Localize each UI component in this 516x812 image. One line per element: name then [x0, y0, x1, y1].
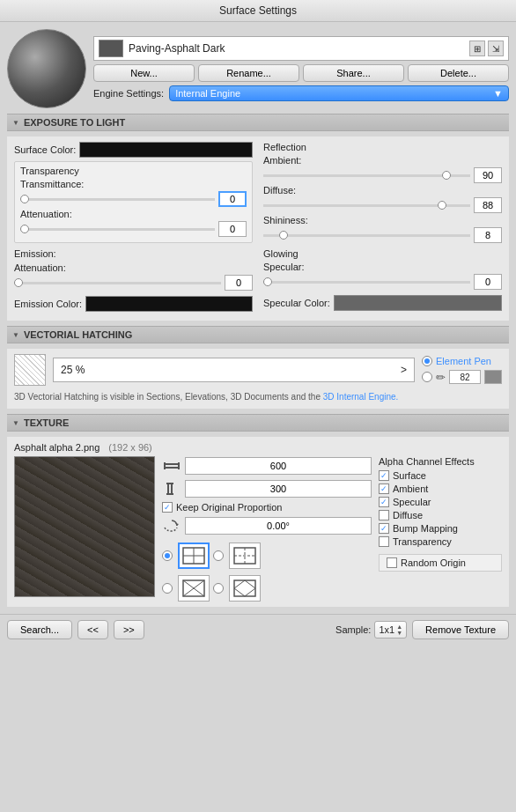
transmittance-track[interactable]: [20, 193, 215, 205]
texture-preview[interactable]: [14, 456, 155, 597]
hatching-section-content: 25 % > Element Pen ✏ 82 3D Vectorial Hat…: [7, 349, 509, 409]
exposure-section-title: EXPOSURE TO LIGHT: [24, 117, 125, 128]
material-icon-action[interactable]: ⇲: [488, 41, 504, 56]
engine-row: Engine Settings: Internal Engine ▼: [93, 85, 509, 101]
exposure-right-panel: Reflection Ambient: Diffuse:: [263, 142, 502, 315]
engine-select[interactable]: Internal Engine ▼: [169, 85, 509, 101]
diffuse-label: Diffuse:: [263, 185, 296, 196]
alpha-surface-checkbox[interactable]: [379, 470, 389, 481]
material-preview-ball[interactable]: [7, 29, 86, 108]
attenuation-slider[interactable]: [20, 228, 215, 231]
diffuse-track[interactable]: [263, 199, 470, 211]
svg-rect-15: [234, 580, 255, 596]
transmittance-value[interactable]: [218, 191, 247, 207]
share-button[interactable]: Share...: [303, 64, 404, 82]
emission-attenuation-slider-row: [14, 275, 253, 291]
svg-rect-2: [164, 462, 166, 469]
alpha-ambient-checkbox[interactable]: [379, 484, 389, 494]
delete-button[interactable]: Delete...: [408, 64, 509, 82]
emission-attenuation-slider[interactable]: [14, 282, 221, 284]
pattern-radio-1[interactable]: [162, 550, 173, 561]
diffuse-slider-row: [263, 197, 502, 213]
emission-color-swatch[interactable]: [85, 296, 253, 312]
diffuse-label-row: Diffuse:: [263, 185, 502, 196]
material-name-row: Paving-Asphalt Dark ⊞ ⇲: [93, 36, 509, 61]
texture-section-header[interactable]: ▼ TEXTURE: [7, 414, 509, 432]
emission-attenuation-track[interactable]: [14, 277, 221, 289]
transmittance-slider[interactable]: [20, 198, 215, 201]
alpha-diffuse-label: Diffuse: [393, 510, 423, 520]
keep-proportion-label: Keep Original Proportion: [176, 502, 282, 513]
pattern-radio-2[interactable]: [213, 550, 224, 561]
random-origin-checkbox[interactable]: [387, 557, 397, 568]
next-button[interactable]: >>: [114, 620, 144, 639]
texture-dimensions: (192 x 96): [108, 442, 152, 453]
tex-width-row: [162, 456, 372, 476]
keep-proportion-checkbox[interactable]: [162, 502, 173, 513]
pen-value-box[interactable]: 82: [449, 370, 481, 384]
attenuation-track[interactable]: [20, 223, 215, 235]
alpha-specular-checkbox[interactable]: [379, 497, 389, 507]
emission-color-label: Emission Color:: [14, 299, 82, 309]
alpha-transparency-label: Transparency: [393, 536, 452, 547]
alpha-bump-checkbox[interactable]: [379, 523, 389, 534]
pattern-radio-4[interactable]: [213, 583, 224, 594]
material-right: Paving-Asphalt Dark ⊞ ⇲ New... Rename...…: [93, 36, 509, 101]
pattern-radio-3[interactable]: [162, 583, 173, 594]
specular-color-swatch[interactable]: [334, 295, 502, 311]
shininess-slider[interactable]: [263, 234, 470, 237]
remove-texture-button[interactable]: Remove Texture: [412, 620, 509, 639]
element-pen-radio[interactable]: [422, 356, 432, 366]
pattern-btn-2[interactable]: [229, 543, 261, 569]
pattern-btn-4[interactable]: [229, 575, 261, 602]
tex-width-input[interactable]: [185, 457, 372, 475]
element-pen-row: Element Pen: [422, 356, 502, 366]
shininess-value[interactable]: [474, 227, 502, 243]
emission-attenuation-label: Attenuation:: [14, 262, 85, 273]
material-thumbnail: [99, 40, 123, 57]
alpha-title: Alpha Channel Effects: [379, 456, 502, 467]
texture-filename: Asphalt alpha 2.png: [14, 442, 100, 453]
ambient-value[interactable]: [474, 167, 502, 183]
tex-rotation-input[interactable]: [185, 517, 372, 535]
attenuation-value[interactable]: [218, 221, 247, 237]
diffuse-slider[interactable]: [263, 204, 470, 207]
svg-rect-6: [166, 483, 173, 484]
specular-slider-row: [263, 274, 502, 290]
pattern-btn-1[interactable]: [178, 543, 210, 569]
ambient-track[interactable]: [263, 169, 470, 181]
tex-height-input[interactable]: [185, 480, 372, 498]
engine-select-value: Internal Engine: [175, 88, 240, 99]
exposure-section-header[interactable]: ▼ EXPOSURE TO LIGHT: [7, 114, 509, 131]
hatching-pattern-box[interactable]: [14, 354, 46, 386]
new-button[interactable]: New...: [93, 64, 195, 82]
specular-track[interactable]: [263, 276, 470, 288]
prev-button[interactable]: <<: [77, 620, 108, 639]
ambient-slider[interactable]: [263, 174, 470, 177]
pattern-btn-3[interactable]: [178, 575, 210, 602]
surface-color-swatch[interactable]: [79, 142, 253, 158]
tex-rotation-row: [162, 516, 372, 535]
hatching-percent-box[interactable]: 25 % >: [53, 358, 415, 382]
hatching-section-title: VECTORIAL HATCHING: [24, 329, 132, 340]
hatching-section-header[interactable]: ▼ VECTORIAL HATCHING: [7, 326, 509, 343]
rename-button[interactable]: Rename...: [198, 64, 299, 82]
material-icon-grid[interactable]: ⊞: [469, 41, 485, 56]
alpha-diffuse-checkbox[interactable]: [379, 510, 389, 520]
emission-attenuation-value[interactable]: [225, 275, 253, 291]
alpha-transparency-checkbox[interactable]: [379, 536, 389, 547]
specular-value[interactable]: [474, 274, 502, 290]
tex-width-icon: [162, 456, 181, 476]
attenuation-slider-row: [20, 221, 247, 237]
specular-slider[interactable]: [263, 281, 470, 284]
diffuse-value[interactable]: [474, 197, 502, 213]
alpha-diffuse-row: Diffuse: [379, 510, 502, 520]
shininess-track[interactable]: [263, 229, 470, 241]
search-button[interactable]: Search...: [7, 620, 72, 639]
tex-rotation-icon: [162, 516, 181, 535]
custom-pen-radio[interactable]: [422, 372, 432, 382]
sample-select[interactable]: 1x1 ▲ ▼: [374, 621, 407, 639]
random-origin-box: Random Origin: [379, 554, 502, 572]
alpha-surface-label: Surface: [393, 470, 426, 481]
pen-color-box[interactable]: [484, 370, 502, 384]
